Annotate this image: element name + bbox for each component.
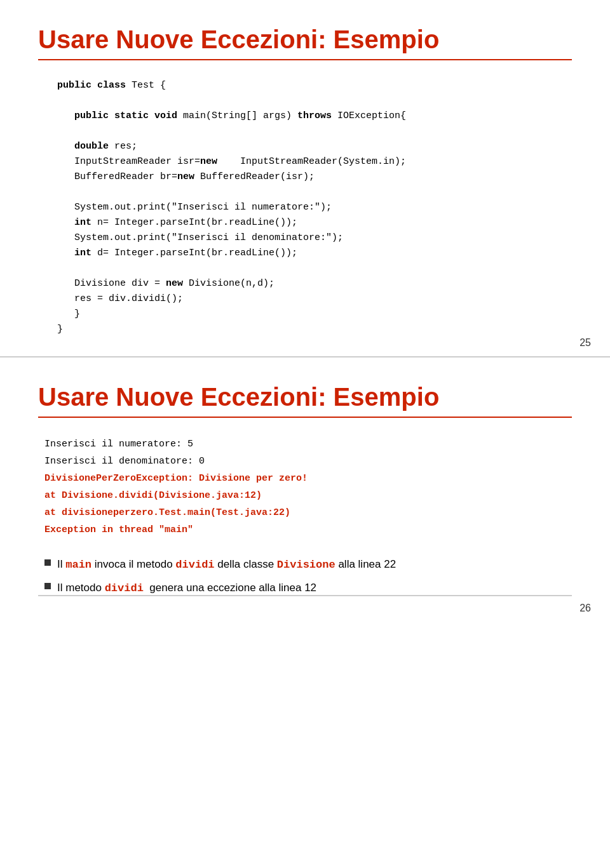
slide-1-number: 25 [580, 337, 591, 349]
slide-2-title: Usare Nuove Eccezioni: Esempio [38, 383, 572, 418]
output-line-4: at Divisione.dividi(Divisione.java:12) [44, 487, 572, 504]
bullet-icon-1 [44, 559, 51, 566]
slide-2-number: 26 [580, 603, 591, 614]
slide-2: Usare Nuove Eccezioni: Esempio Inserisci… [0, 357, 610, 622]
bullet-list: Il main invoca il metodo dividi della cl… [44, 556, 572, 596]
bullet-text-1: Il main invoca il metodo dividi della cl… [57, 556, 396, 573]
output-block: Inserisci il numeratore: 5 Inserisci il … [44, 436, 572, 538]
code-line: int n= Integer.parseInt(br.readLine()); [57, 217, 297, 228]
code-line: } [57, 309, 80, 319]
code-line: Divisione div = new Divisione(n,d); [57, 278, 274, 289]
bullet-item-2: Il metodo dividi genera una eccezione al… [44, 580, 572, 597]
code-line: System.out.print("Inserisci il numerator… [57, 202, 332, 213]
code-block-1: public class Test { public static void m… [57, 78, 572, 337]
bullet-icon-2 [44, 583, 51, 589]
code-line: InputStreamReader isr=new InputStreamRea… [57, 156, 406, 167]
slide-1-title: Usare Nuove Eccezioni: Esempio [38, 25, 572, 60]
output-line-1: Inserisci il numeratore: 5 [44, 436, 572, 453]
code-line: BufferedReader br=new BufferedReader(isr… [57, 171, 315, 182]
code-line: public class Test { [57, 80, 166, 91]
output-line-3: DivisionePerZeroException: Divisione per… [44, 470, 572, 487]
slide-2-bottom-line [38, 595, 572, 596]
code-line: res = div.dividi(); [57, 293, 183, 304]
output-line-2: Inserisci il denominatore: 0 [44, 453, 572, 470]
code-line: public static void main(String[] args) t… [57, 110, 406, 121]
code-line: } [57, 324, 63, 335]
bullet-text-2: Il metodo dividi genera una eccezione al… [57, 580, 316, 597]
bullet-item-1: Il main invoca il metodo dividi della cl… [44, 556, 572, 573]
code-line: System.out.print("Inserisci il denominat… [57, 232, 343, 243]
output-line-6: Exception in thread "main" [44, 521, 572, 538]
code-line: double res; [57, 141, 137, 152]
output-line-5: at divisioneperzero.Test.main(Test.java:… [44, 504, 572, 521]
slide-1: Usare Nuove Eccezioni: Esempio public cl… [0, 0, 610, 357]
code-line: int d= Integer.parseInt(br.readLine()); [57, 248, 297, 258]
